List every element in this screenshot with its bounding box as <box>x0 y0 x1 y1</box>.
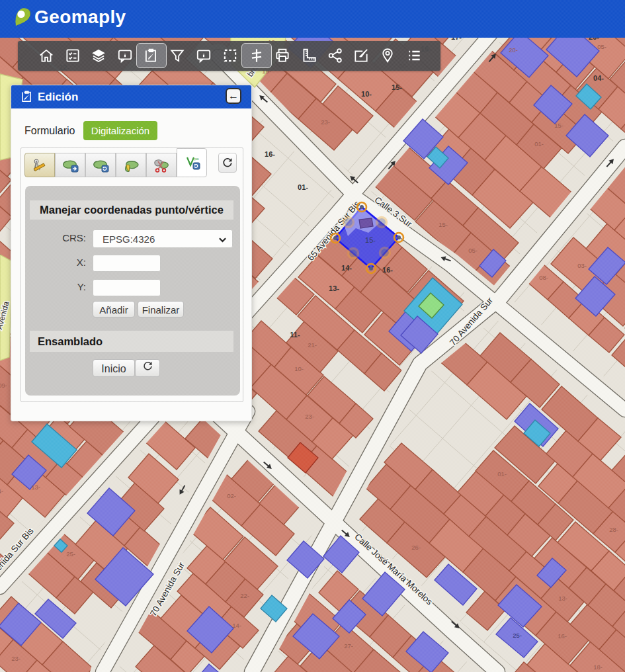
svg-text:16-: 16- <box>265 150 275 158</box>
svg-text:14-: 14- <box>341 264 352 272</box>
svg-text:15-: 15- <box>438 221 448 228</box>
svg-text:01-: 01- <box>497 470 507 478</box>
svg-text:05-: 05- <box>597 43 606 50</box>
svg-text:18-: 18- <box>593 663 603 671</box>
svg-text:20-: 20- <box>509 46 518 54</box>
svg-text:13-: 13- <box>329 284 339 292</box>
svg-text:15-: 15- <box>554 122 563 129</box>
svg-text:25-: 25- <box>513 632 522 639</box>
svg-text:10-: 10- <box>361 90 372 98</box>
svg-text:14-: 14- <box>232 622 241 629</box>
svg-text:23-: 23- <box>11 655 21 662</box>
svg-text:16-: 16- <box>382 266 393 274</box>
svg-text:25-: 25- <box>66 550 75 558</box>
svg-text:01-: 01- <box>298 183 308 191</box>
svg-text:04-: 04- <box>593 74 604 82</box>
svg-text:22-: 22- <box>240 592 249 599</box>
svg-text:26-: 26- <box>411 544 421 551</box>
svg-text:28-: 28- <box>609 526 618 533</box>
svg-text:14-: 14- <box>0 487 3 495</box>
svg-text:10-: 10- <box>294 365 304 372</box>
svg-text:01-: 01- <box>534 140 544 147</box>
svg-text:13-: 13- <box>31 483 40 491</box>
svg-text:02-: 02- <box>227 492 236 499</box>
svg-text:09-: 09- <box>0 382 7 389</box>
svg-text:15-: 15- <box>365 236 376 244</box>
svg-text:08-: 08- <box>539 274 548 281</box>
svg-text:23-: 23- <box>321 118 330 126</box>
svg-text:23-: 23- <box>305 413 314 420</box>
svg-text:15-: 15- <box>392 83 402 91</box>
svg-text:27-: 27- <box>344 642 353 650</box>
svg-text:05-: 05- <box>468 247 478 254</box>
svg-text:11-: 11- <box>290 331 300 339</box>
svg-text:16-: 16- <box>558 632 567 640</box>
svg-text:03-: 03- <box>577 262 587 269</box>
svg-text:13-: 13- <box>558 595 567 602</box>
svg-text:po: po <box>194 157 199 161</box>
svg-text:21-: 21- <box>308 341 317 349</box>
svg-text:26-: 26- <box>0 250 1 257</box>
